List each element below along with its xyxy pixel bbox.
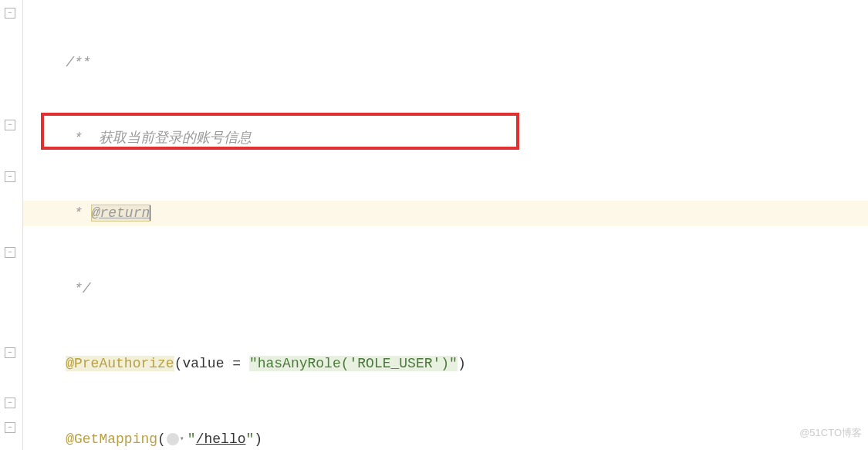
- code-editor[interactable]: /** * 获取当前登录的账号信息 * @return */ @PreAutho…: [23, 0, 868, 450]
- fold-icon[interactable]: −: [5, 398, 15, 408]
- fold-icon[interactable]: −: [5, 171, 15, 182]
- chevron-down-icon[interactable]: ▾: [180, 427, 187, 451]
- javadoc-return-tag: @return: [91, 205, 151, 222]
- code-line: @PreAuthorize(value = "hasAnyRole('ROLE_…: [23, 351, 868, 377]
- code-line: @GetMapping(▾"/hello"): [23, 427, 868, 451]
- annotation-getmapping: @GetMapping: [66, 431, 157, 447]
- comment-text: *: [66, 205, 90, 221]
- editor-gutter: − − − − − − −: [0, 0, 23, 450]
- fold-icon[interactable]: −: [5, 347, 15, 358]
- code-text: (: [157, 431, 166, 447]
- watermark: @51CTO博客: [799, 421, 862, 446]
- code-text: ): [254, 431, 262, 447]
- comment-text: */: [66, 281, 90, 296]
- text-cursor: [150, 205, 150, 221]
- string-literal: "hasAnyRole('ROLE_USER')": [249, 356, 458, 371]
- globe-icon[interactable]: [167, 433, 179, 445]
- url-path[interactable]: /hello: [196, 431, 246, 447]
- fold-icon[interactable]: −: [5, 422, 15, 433]
- fold-icon[interactable]: −: [5, 247, 15, 258]
- code-line: /**: [23, 50, 868, 76]
- comment-text: *: [66, 130, 99, 146]
- code-text: ): [458, 356, 466, 371]
- comment-text: /**: [66, 55, 90, 70]
- string-quote: ": [245, 431, 254, 447]
- string-quote: ": [187, 431, 196, 447]
- code-text: (value =: [174, 356, 249, 371]
- fold-icon[interactable]: −: [5, 120, 15, 130]
- comment-text: 获取当前登录的账号信息: [99, 130, 252, 146]
- code-line-highlighted: * @return: [23, 201, 868, 226]
- annotation-preauthorize: @PreAuthorize: [66, 356, 174, 371]
- fold-icon[interactable]: −: [5, 8, 15, 19]
- code-line: */: [23, 276, 868, 302]
- code-line: * 获取当前登录的账号信息: [23, 126, 868, 151]
